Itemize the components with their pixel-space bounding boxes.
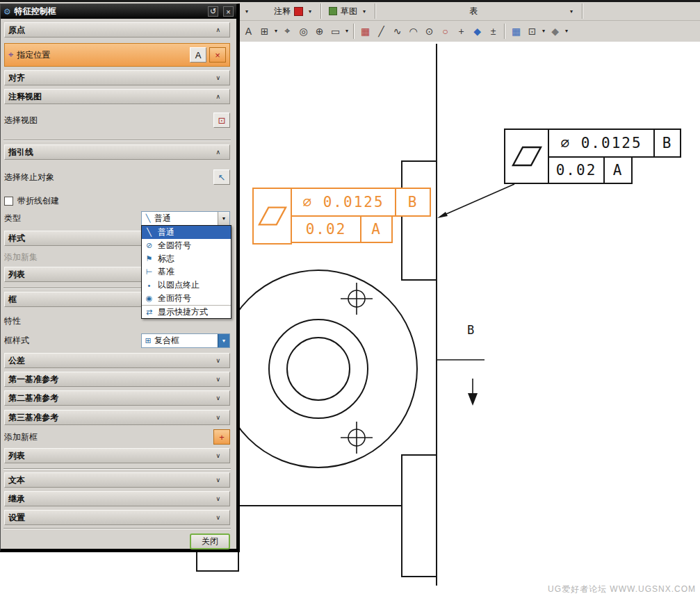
expand-chevron-icon[interactable]: ∨ <box>210 513 226 522</box>
combobox-arrow-icon[interactable]: ▼ <box>218 334 229 347</box>
type-option-show-shortcuts[interactable]: ⇄ 显示快捷方式 <box>142 305 231 318</box>
origin-group-header[interactable]: 原点 ∧ <box>4 22 230 38</box>
leader-plain-icon: ╲ <box>142 214 154 223</box>
position-target-icon: ⌖ <box>8 49 13 60</box>
align-group-header[interactable]: 对齐 ∨ <box>4 70 230 85</box>
arc-icon[interactable]: ◠ <box>405 23 421 39</box>
frame-list-group-header[interactable]: 列表 ∨ <box>4 448 230 463</box>
align-text-button[interactable]: A <box>190 47 206 63</box>
specify-location-row[interactable]: ⌖ 指定位置 A × <box>4 43 230 67</box>
line-icon[interactable]: ╱ <box>373 23 389 39</box>
dropdown-arrow-icon[interactable]: ▾ <box>243 7 250 16</box>
feature-control-frame-preview[interactable]: ⌀ 0.0125 B 0.02 A <box>252 188 431 245</box>
id-symbol-icon[interactable]: ◎ <box>295 23 311 39</box>
type-row: 类型 ╲ 普通 ▼ <box>4 210 230 226</box>
expand-chevron-icon[interactable]: ∨ <box>210 452 226 460</box>
expand-chevron-icon[interactable]: ∨ <box>210 356 226 365</box>
part-bottom-boss[interactable] <box>402 455 437 577</box>
collapse-chevron-icon[interactable]: ∧ <box>210 148 226 156</box>
target-icon[interactable]: ⊕ <box>311 23 327 39</box>
fcf-icon[interactable]: ⊞ <box>257 23 272 39</box>
display-icon[interactable]: ◆ <box>547 23 563 39</box>
note-icon[interactable]: A <box>241 23 257 39</box>
feature-control-frame-placed[interactable]: ⌀ 0.0125 B 0.02 A <box>504 129 681 184</box>
second-datum-group-header[interactable]: 第二基准参考 ∨ <box>4 390 230 406</box>
dropdown-arrow-icon[interactable]: ▾ <box>563 26 570 35</box>
dropdown-arrow-icon[interactable]: ▾ <box>307 7 314 16</box>
type-option-datum[interactable]: ⊢ 基准 <box>142 265 231 279</box>
polyline-checkbox-label: 带折线创建 <box>17 195 59 207</box>
settings-group-header[interactable]: 设置 ∨ <box>4 510 230 525</box>
dropdown-arrow-icon[interactable]: ▾ <box>361 7 368 16</box>
close-button[interactable]: 关闭 <box>190 533 230 549</box>
type-option-all-over[interactable]: ◉ 全面符号 <box>142 292 231 305</box>
dropdown-arrow-icon[interactable]: ▾ <box>540 26 547 35</box>
type-option-plain[interactable]: ╲ 普通 <box>142 226 231 239</box>
type-combobox[interactable]: ╲ 普通 ▼ <box>141 211 230 226</box>
dropdown-arrow-icon[interactable]: ▾ <box>343 26 350 35</box>
type-option-flag[interactable]: ⚑ 标志 <box>142 252 231 265</box>
color-swatch-icon[interactable] <box>294 7 303 16</box>
dropdown-arrow-icon[interactable]: ▾ <box>272 26 279 35</box>
type-option-all-around[interactable]: ⊘ 全圆符号 <box>142 239 231 252</box>
sketch-chip-icon <box>329 7 337 15</box>
collapse-chevron-icon[interactable]: ∧ <box>210 26 226 34</box>
sketch-toolbar-combo[interactable]: 草图 ▾ <box>325 3 372 19</box>
datum-b-label[interactable]: B <box>467 323 474 337</box>
sketch-icon[interactable]: ▦ <box>357 23 373 39</box>
dialog-close-icon[interactable]: × <box>223 6 234 17</box>
expand-chevron-icon[interactable]: ∨ <box>210 394 226 402</box>
studio-icon[interactable]: ◆ <box>469 23 485 39</box>
first-datum-group-header[interactable]: 第一基准参考 ∨ <box>4 372 230 387</box>
select-view-label: 选择视图 <box>4 115 38 126</box>
point-icon[interactable]: + <box>453 23 469 39</box>
datum-icon[interactable]: ⌖ <box>279 23 295 39</box>
dropdown-arrow-icon[interactable]: ▾ <box>568 7 575 16</box>
annotation-view-header-label: 注释视图 <box>8 91 42 103</box>
dialog-reset-icon[interactable]: ↺ <box>208 6 218 17</box>
select-termination-row: 选择终止对象 ↖ <box>4 164 230 190</box>
sketch-label: 草图 <box>341 6 357 17</box>
select-view-button[interactable]: ⊡ <box>213 113 230 128</box>
table-toolbar-combo[interactable]: 表 ▾ <box>379 3 579 19</box>
type-value: 普通 <box>154 213 218 224</box>
select-termination-button[interactable]: ↖ <box>213 169 230 185</box>
combobox-arrow-icon[interactable]: ▼ <box>218 212 229 225</box>
forum-watermark: UG爱好者论坛 WWW.UGSNX.COM <box>548 583 696 595</box>
dialog-titlebar[interactable]: ⚙ 特征控制框 ↺ × <box>1 4 236 19</box>
tolerance-group-header[interactable]: 公差 ∨ <box>4 353 230 368</box>
expand-chevron-icon[interactable]: ∨ <box>210 74 226 82</box>
add-new-frame-button[interactable]: + <box>213 429 230 445</box>
expand-chevron-icon[interactable]: ∨ <box>210 495 226 503</box>
type-option-dot-terminated[interactable]: • 以圆点终止 <box>142 279 231 292</box>
expand-chevron-icon[interactable]: ∨ <box>210 413 226 422</box>
fcf-tolerance-value-2: 0.02 <box>549 156 605 184</box>
inherit-group-header[interactable]: 继承 ∨ <box>4 491 230 506</box>
spline-icon[interactable]: ∿ <box>389 23 405 39</box>
set-list-label: 列表 <box>8 269 25 281</box>
boundary-icon[interactable]: ▭ <box>327 23 343 39</box>
circle-point-icon[interactable]: ⊙ <box>421 23 437 39</box>
middle-circle[interactable] <box>269 320 368 418</box>
text-group-header[interactable]: 文本 ∨ <box>4 472 230 488</box>
third-datum-group-header[interactable]: 第三基准参考 ∨ <box>4 410 230 425</box>
table-label: 表 <box>383 6 564 17</box>
circle-icon[interactable]: ○ <box>437 23 453 39</box>
expand-chevron-icon[interactable]: ∨ <box>210 375 226 383</box>
view-icon[interactable]: ⊡ <box>524 23 540 39</box>
text-header-label: 文本 <box>8 474 25 486</box>
offset-icon[interactable]: ± <box>485 23 501 39</box>
leader-header-label: 指引线 <box>8 147 33 158</box>
collapse-chevron-icon[interactable]: ∧ <box>210 92 226 101</box>
leader-group-header[interactable]: 指引线 ∧ <box>4 144 230 160</box>
inner-circle[interactable] <box>287 338 350 400</box>
expand-chevron-icon[interactable]: ∨ <box>210 476 226 484</box>
part-bottom-rect[interactable] <box>197 550 238 571</box>
clear-position-button[interactable]: × <box>209 47 226 63</box>
polyline-checkbox[interactable] <box>4 197 13 206</box>
outer-circle[interactable] <box>220 270 417 467</box>
frame-style-combobox[interactable]: ⊞ 复合框 ▼ <box>141 333 230 348</box>
annotation-toolbar-combo[interactable]: 注释 ▾ <box>270 3 318 19</box>
grid-icon[interactable]: ▦ <box>508 23 524 39</box>
annotation-view-group-header[interactable]: 注释视图 ∧ <box>4 89 230 104</box>
